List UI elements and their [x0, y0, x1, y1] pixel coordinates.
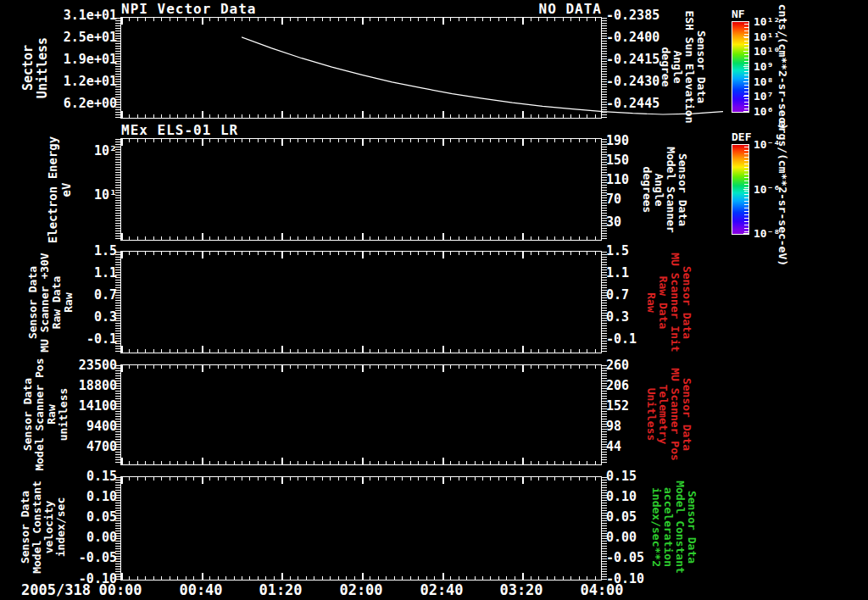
- ytick-label-left: -0.1: [0, 332, 117, 346]
- ytick-label-right: 206: [606, 379, 629, 392]
- x-ticks-bottom: [121, 111, 601, 118]
- x-ticks-bottom: [121, 233, 601, 240]
- ytick-label-right: 0.3: [606, 310, 629, 324]
- ytick-label-left: 10²: [0, 144, 117, 158]
- y-ticks-left: [115, 477, 120, 580]
- time-tick-label: 02:00: [339, 581, 382, 598]
- panel-model-scanner-pos: [120, 364, 602, 465]
- ytick-label-right: 0.7: [606, 288, 629, 302]
- y-ticks-right: [602, 252, 607, 353]
- ytick-label-right: 1.1: [606, 266, 629, 280]
- colorbar-major-tick: [743, 21, 749, 22]
- colorbar-major-tick: [743, 66, 749, 67]
- colorbar-tick-label: 10⁸: [754, 76, 773, 88]
- ytick-label-right: 70: [606, 192, 621, 206]
- ytick-label-left: 0.05: [0, 510, 117, 524]
- panel2-title: MEx ELS-01 LR: [121, 122, 238, 138]
- ytick-label-right: 0.15: [606, 469, 637, 483]
- y-ticks-left: [115, 18, 120, 118]
- y-ticks-right: [602, 139, 607, 240]
- ytick-label-left: 3.1e+01: [0, 8, 117, 22]
- ytick-label-right: 98: [606, 419, 621, 433]
- colorbar-major-tick: [743, 233, 749, 234]
- ytick-label-left: 0.10: [0, 490, 117, 503]
- colorbar-major-tick: [743, 36, 749, 37]
- colorbar-tick-label: 10⁻⁴: [754, 139, 780, 151]
- ytick-label-right: 0.10: [606, 490, 637, 503]
- ytick-label-left: 1.2e+01: [0, 75, 117, 88]
- ytick-label-left: 0.3: [0, 310, 117, 324]
- ytick-label-left: 14100: [0, 399, 117, 413]
- ytick-label-right: 30: [606, 215, 621, 229]
- axis-label-scanner-angle: Sensor Data Model Scanner Angle degrees: [641, 147, 688, 233]
- colorbar-major-tick: [743, 111, 749, 112]
- colorbar-tick-label: 10⁷: [754, 91, 773, 103]
- axis-label-sector: Sector Unitless: [21, 37, 50, 98]
- ytick-label-left: 18800: [0, 379, 117, 392]
- ytick-label-left: 1.1: [0, 266, 117, 280]
- ytick-label-left: 2.5e+01: [0, 31, 117, 44]
- y-ticks-left: [115, 252, 120, 353]
- axis-label-mu-scanner-pos: Sensor Data MU Scanner Pos Telemetry Uni…: [645, 368, 693, 461]
- ytick-label-left: 6.2e+00: [0, 97, 117, 110]
- colorbar-nf-gradient: [732, 21, 749, 113]
- x-ticks-top: [121, 18, 601, 25]
- y-ticks-left: [115, 365, 120, 464]
- time-tick-label: 04:00: [580, 581, 623, 598]
- panel1-title: NPI Vector Data: [121, 1, 257, 17]
- panel-model-constant: [120, 476, 602, 581]
- axis-label-mu-scanner-init: Sensor Data MU Scanner Init Raw Data Raw: [645, 253, 693, 352]
- x-ticks-top: [121, 139, 601, 146]
- x-ticks-bottom: [121, 573, 601, 580]
- panel-mu-scanner-30v: [120, 251, 602, 353]
- colorbar-tick-label: 10¹¹: [754, 31, 780, 43]
- ytick-label-right: 152: [606, 399, 629, 413]
- colorbar-major-tick: [743, 51, 749, 52]
- colorbar-major-tick: [743, 96, 749, 97]
- ytick-label-right: 44: [606, 440, 621, 453]
- ytick-label-left: 10¹: [0, 188, 117, 202]
- ytick-label-right: -0.1: [606, 332, 637, 346]
- x-ticks-top: [121, 252, 601, 258]
- ytick-label-right: 260: [606, 358, 629, 372]
- colorbar-major-tick: [743, 189, 749, 190]
- ytick-label-left: 0.00: [0, 531, 117, 544]
- panel-npi-sector: [120, 17, 602, 119]
- ytick-label-left: 23500: [0, 358, 117, 372]
- y-ticks-right: [602, 477, 607, 580]
- ytick-label-right: 1.5: [606, 244, 629, 258]
- colorbar-major-tick: [743, 81, 749, 82]
- ytick-label-right: 0.05: [606, 510, 637, 524]
- ytick-label-right: 110: [606, 173, 629, 186]
- axis-label-model-scanner-pos: Sensor Data Model Scanner Pos Raw unitle…: [22, 358, 70, 470]
- ytick-label-left: 4700: [0, 440, 117, 453]
- ytick-label-left: 1.5: [0, 244, 117, 258]
- x-ticks-top: [121, 477, 601, 484]
- colorbar-tick-label: 10⁻⁶: [754, 184, 780, 196]
- ytick-label-right: 150: [606, 153, 629, 167]
- no-data-label: NO DATA: [509, 1, 602, 17]
- colorbar-tick-label: 10⁻⁸: [754, 228, 780, 240]
- ytick-label-right: -0.2385: [606, 8, 659, 22]
- ytick-label-left: -0.05: [0, 551, 117, 564]
- time-tick-label: 00:00: [98, 581, 142, 598]
- colorbar-tick-label: 10¹⁰: [754, 46, 780, 58]
- ytick-label-left: 0.7: [0, 288, 117, 302]
- axis-label-model-constant-accel: Sensor Data Model Constant acceleration …: [650, 481, 698, 574]
- time-tick-label: 02:40: [420, 581, 463, 598]
- ytick-label-right: -0.05: [606, 551, 644, 564]
- colorbar-major-tick: [743, 144, 749, 145]
- time-tick-label: 01:20: [259, 581, 302, 598]
- ytick-label-left: 1.9e+01: [0, 53, 117, 66]
- y-ticks-right: [602, 365, 607, 464]
- y-ticks-left: [115, 139, 120, 240]
- els-spectrogram-heatmap: [153, 139, 600, 240]
- plot-stage: NPI Vector Data NO DATA MEx ELS-01 LR Se…: [0, 0, 868, 600]
- y-ticks-right: [602, 18, 607, 118]
- x-ticks-bottom: [121, 346, 601, 353]
- time-tick-label: 00:40: [179, 581, 222, 598]
- time-tick-label: 03:20: [499, 581, 542, 598]
- ytick-label-left: 9400: [0, 419, 117, 433]
- ytick-label-left: 0.15: [0, 469, 117, 483]
- sector-decay-curve: [242, 35, 723, 136]
